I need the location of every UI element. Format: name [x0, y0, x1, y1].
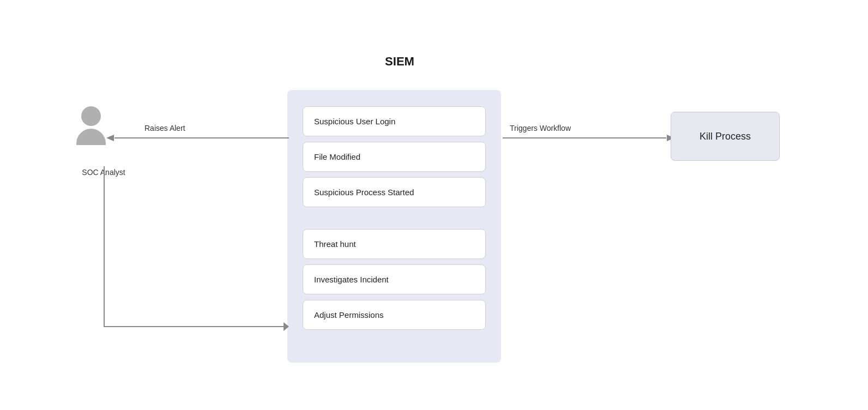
list-item: Suspicious Process Started: [303, 177, 486, 207]
l-arrow-vertical: [104, 166, 105, 327]
raises-alert-label: Raises Alert: [144, 124, 185, 132]
canvas: SIEM Suspicious User Login File Modified…: [0, 0, 868, 410]
kill-process-label: Kill Process: [700, 131, 751, 142]
l-arrow-head: [284, 322, 289, 331]
person-body-icon: [76, 129, 106, 145]
svg-marker-1: [106, 135, 114, 141]
person-icon: [76, 106, 106, 145]
triggers-workflow-arrow: [503, 132, 674, 143]
list-item: Suspicious User Login: [303, 106, 486, 136]
soc-analyst-figure: [76, 106, 106, 145]
l-arrow-horizontal: [104, 326, 286, 327]
siem-top-group: Suspicious User Login File Modified Susp…: [303, 106, 486, 207]
triggers-workflow-label: Triggers Workflow: [510, 124, 571, 132]
siem-bottom-group: Threat hunt Investigates Incident Adjust…: [303, 229, 486, 330]
raises-alert-arrow: [106, 132, 289, 143]
kill-process-box: Kill Process: [671, 112, 780, 161]
list-item: Adjust Permissions: [303, 300, 486, 330]
list-item: Threat hunt: [303, 229, 486, 259]
list-item: Investigates Incident: [303, 264, 486, 294]
siem-box: Suspicious User Login File Modified Susp…: [287, 90, 501, 363]
list-item: File Modified: [303, 142, 486, 172]
person-head-icon: [81, 106, 101, 126]
siem-title: SIEM: [304, 55, 496, 69]
